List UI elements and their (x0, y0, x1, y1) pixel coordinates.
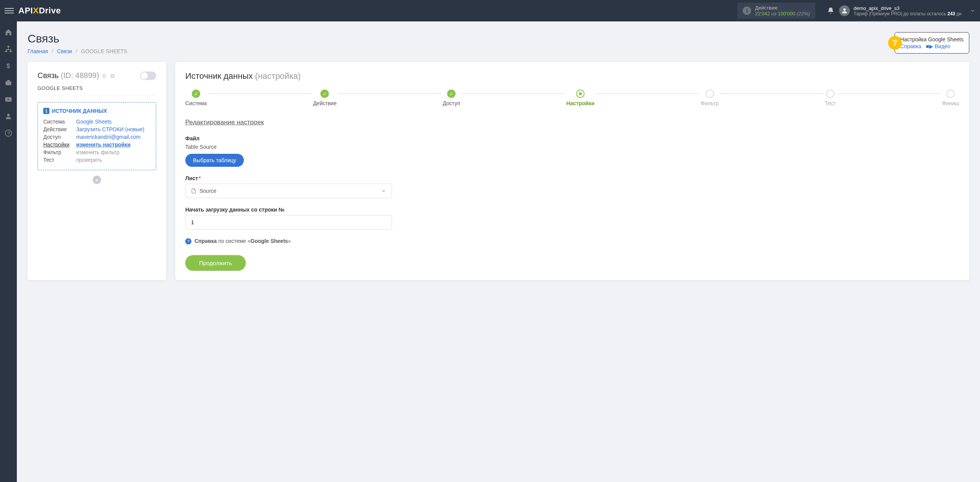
user-icon[interactable] (5, 112, 12, 120)
topbar: APIXDrive i Действия: 22'042 из 100'000 … (0, 0, 980, 21)
actions-total: 100'000 (778, 11, 795, 16)
file-value: Table Source (185, 144, 959, 150)
svg-rect-2 (5, 50, 7, 52)
start-row-input[interactable] (185, 215, 392, 230)
step-settings[interactable]: Настройки (566, 90, 595, 106)
help-ref-link[interactable]: Справка (900, 43, 921, 49)
video-icon: ■▶ (926, 43, 933, 49)
enable-toggle[interactable] (140, 72, 156, 80)
src-action-link[interactable]: Загрузить СТРОКИ (новые) (76, 126, 144, 132)
question-icon[interactable]: ? (5, 129, 12, 137)
section-title: Редактирование настроек (185, 119, 959, 126)
file-label: Файл (185, 135, 959, 142)
start-row-label: Начать загрузку данных со строки № (185, 207, 959, 213)
breadcrumb-home[interactable]: Главная (28, 48, 48, 54)
logo[interactable]: APIXDrive (18, 6, 61, 16)
content: Связь Главная / Связи / GOOGLE SHEETS ? … (17, 21, 980, 482)
hamburger-menu-icon[interactable] (5, 6, 14, 15)
youtube-icon[interactable] (5, 96, 12, 103)
gear-icon[interactable]: ⚙ (110, 73, 115, 79)
breadcrumb-current: GOOGLE SHEETS (81, 48, 127, 54)
help-popover: ? Настройка Google Sheets Справка ■▶ Вид… (895, 32, 969, 54)
source-block: 1 ИСТОЧНИК ДАННЫХ СистемаGoogle Sheets Д… (38, 102, 156, 170)
help-popover-title: Настройка Google Sheets (900, 36, 964, 42)
sidebar: $ ? (0, 21, 17, 482)
briefcase-icon[interactable] (5, 79, 12, 86)
chevron-down-icon (381, 188, 386, 194)
avatar-icon (839, 5, 850, 16)
actions-counter[interactable]: i Действия: 22'042 из 100'000 (22%) (737, 3, 815, 19)
src-access-link[interactable]: maverickandrii@gmail.com (76, 134, 140, 140)
info-icon: i (743, 7, 751, 15)
sheet-selected: Source (199, 188, 216, 194)
file-icon (191, 188, 196, 194)
sitemap-icon[interactable] (5, 45, 12, 53)
sheet-label: Лист* (185, 175, 959, 181)
page-title: Связь (28, 32, 969, 45)
chevron-down-icon[interactable] (970, 8, 975, 13)
user-plan: Тариф |Премиум PRO| до оплаты осталось 2… (854, 11, 962, 16)
actions-percent: (22%) (797, 11, 810, 16)
add-destination-button[interactable]: + (93, 176, 101, 184)
source-badge: 1 (43, 108, 49, 114)
actions-of: из (771, 11, 776, 16)
left-card-title: Связь (ID: 48899) ⎘ ⚙ (38, 71, 115, 80)
actions-label: Действия: (755, 5, 810, 11)
dollar-icon[interactable]: $ (5, 62, 12, 70)
svg-text:$: $ (7, 62, 10, 70)
breadcrumb-links[interactable]: Связи (57, 48, 72, 54)
logo-x: X (33, 6, 39, 15)
select-table-button[interactable]: Выбрать таблицу (185, 154, 244, 167)
breadcrumb: Главная / Связи / GOOGLE SHEETS (28, 48, 969, 54)
stepper: ✓Система ✓Действие ✓Доступ Настройки Фил… (185, 90, 959, 106)
continue-button[interactable]: Продолжить (185, 255, 246, 271)
svg-rect-3 (10, 50, 11, 52)
help-video-link[interactable]: Видео (935, 43, 951, 49)
svg-point-0 (843, 8, 846, 11)
src-system-link[interactable]: Google Sheets (76, 119, 112, 125)
step-access[interactable]: ✓Доступ (443, 90, 460, 106)
svg-rect-1 (8, 46, 10, 47)
logo-api: API (18, 6, 33, 15)
right-heading: Источник данных (настройка) (185, 71, 959, 81)
help-question-icon: ? (185, 238, 191, 244)
user-info[interactable]: demo_apix_drive_s3 Тариф |Премиум PRO| д… (839, 5, 962, 16)
step-filter[interactable]: Фильтр (701, 90, 719, 106)
left-card: Связь (ID: 48899) ⎘ ⚙ GOOGLE SHEETS 1 ИС… (28, 62, 166, 280)
left-card-subtitle: GOOGLE SHEETS (38, 85, 156, 95)
logo-drive: Drive (39, 6, 61, 15)
system-help-link[interactable]: ? Справка по системе «Google Sheets» (185, 238, 959, 244)
svg-text:?: ? (8, 130, 10, 135)
step-system[interactable]: ✓Система (185, 90, 207, 106)
src-test-link[interactable]: проверить (76, 157, 102, 163)
right-card: Источник данных (настройка) ✓Система ✓Де… (175, 62, 969, 280)
step-action[interactable]: ✓Действие (313, 90, 337, 106)
home-icon[interactable] (5, 28, 12, 36)
source-title: ИСТОЧНИК ДАННЫХ (52, 108, 107, 114)
user-name: demo_apix_drive_s3 (854, 5, 962, 11)
step-finish[interactable]: Финиш (942, 90, 959, 106)
bell-icon[interactable] (827, 7, 835, 15)
svg-rect-6 (7, 80, 10, 81)
sheet-select[interactable]: Source (185, 184, 392, 198)
svg-point-8 (7, 114, 10, 116)
help-badge-icon[interactable]: ? (888, 36, 902, 50)
copy-icon[interactable]: ⎘ (103, 73, 106, 79)
src-filter-link[interactable]: изменить фильтр (76, 149, 119, 155)
src-settings-link[interactable]: изменить настройки (76, 142, 131, 148)
svg-rect-5 (6, 81, 11, 85)
step-test[interactable]: Тест (825, 90, 836, 106)
connection-id: (ID: 48899) (61, 71, 99, 80)
actions-used: 22'042 (755, 11, 770, 16)
